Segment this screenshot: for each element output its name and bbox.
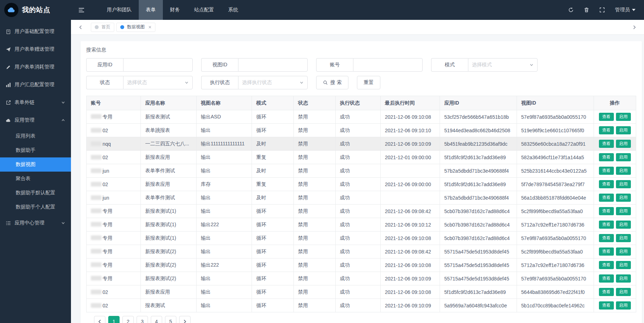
enable-button[interactable]: 启用 bbox=[616, 301, 631, 309]
admin-menu[interactable]: 管理员 bbox=[615, 7, 635, 13]
sidebar-subitem[interactable]: 聚合表 bbox=[0, 172, 71, 186]
menu-toggle-icon[interactable] bbox=[78, 7, 85, 13]
column-header: 视图ID bbox=[517, 96, 594, 110]
view-button[interactable]: 查看 bbox=[599, 207, 614, 215]
sidebar-subitem[interactable]: 数据视图 bbox=[0, 157, 71, 172]
enable-button[interactable]: 启用 bbox=[616, 247, 631, 255]
cell-actions: 查看启用 bbox=[594, 191, 636, 205]
trash-icon[interactable] bbox=[584, 7, 589, 13]
enable-button[interactable]: 启用 bbox=[616, 113, 631, 121]
field-select[interactable]: 选择执行状态 bbox=[238, 76, 308, 89]
view-button[interactable]: 查看 bbox=[599, 126, 614, 134]
sidebar-item[interactable]: 应用中心管理 bbox=[0, 214, 71, 232]
enable-button[interactable]: 启用 bbox=[616, 140, 631, 147]
view-button[interactable]: 查看 bbox=[599, 274, 614, 282]
field-input[interactable] bbox=[123, 58, 193, 72]
field-input[interactable] bbox=[238, 58, 308, 72]
view-button[interactable]: 查看 bbox=[599, 234, 614, 242]
top-nav-item[interactable]: 表单 bbox=[139, 0, 163, 20]
sidebar-item[interactable]: 用户基础配置管理 bbox=[0, 23, 71, 40]
refresh-icon[interactable] bbox=[568, 7, 574, 13]
search-button[interactable]: 搜 索 bbox=[316, 76, 348, 89]
enable-button[interactable]: 启用 bbox=[616, 274, 631, 282]
redacted-blur bbox=[91, 262, 101, 267]
view-button[interactable]: 查看 bbox=[599, 221, 614, 228]
view-button[interactable]: 查看 bbox=[599, 140, 614, 147]
redacted-blur bbox=[91, 303, 101, 308]
view-button[interactable]: 查看 bbox=[599, 247, 614, 255]
sidebar-item[interactable]: 应用管理 bbox=[0, 111, 71, 129]
enable-button[interactable]: 启用 bbox=[616, 153, 631, 161]
page-button[interactable]: 2 bbox=[122, 316, 134, 323]
sidebar-subitem[interactable]: 数据助手 bbox=[0, 143, 71, 157]
cell-mode: 重复 bbox=[252, 178, 294, 191]
search-row-2-fields: 状态选择状态执行状态选择执行状态 bbox=[86, 76, 308, 89]
caret-down-icon bbox=[632, 9, 635, 11]
cell-view-id: 5712a7c92eff1e71807d6736 bbox=[517, 218, 594, 232]
cell-app-id: 5f1d5fc9f2d613c7add36e89 bbox=[440, 285, 517, 299]
cell-view-name: 输出ASD bbox=[196, 110, 252, 124]
field-input[interactable] bbox=[353, 58, 423, 72]
cell-view-name: 输出 bbox=[196, 299, 252, 312]
tabs-scroll-left-icon[interactable] bbox=[75, 20, 86, 35]
field-select[interactable]: 选择状态 bbox=[123, 76, 193, 89]
account-suffix: nqq bbox=[103, 141, 111, 147]
enable-button[interactable]: 启用 bbox=[616, 261, 631, 269]
cell-exec-status: 成功 bbox=[335, 110, 380, 124]
top-nav-item[interactable]: 站点配置 bbox=[187, 0, 221, 20]
top-nav-item[interactable]: 用户和团队 bbox=[100, 0, 139, 20]
sidebar-item[interactable]: 用户表单消耗管理 bbox=[0, 58, 71, 76]
enable-button[interactable]: 启用 bbox=[616, 167, 631, 174]
view-button[interactable]: 查看 bbox=[599, 153, 614, 161]
view-button[interactable]: 查看 bbox=[599, 167, 614, 174]
view-button[interactable]: 查看 bbox=[599, 180, 614, 188]
sidebar-item[interactable]: 用户汇总配置管理 bbox=[0, 76, 71, 94]
cell-app-name: 新报表应用 bbox=[141, 151, 196, 164]
sidebar-subitem[interactable]: 数据助手个人配置 bbox=[0, 200, 71, 214]
pagination-next-icon[interactable] bbox=[179, 316, 191, 323]
page-button[interactable]: 4 bbox=[151, 316, 162, 323]
cell-app-name: 新报表应用 bbox=[141, 285, 196, 299]
enable-button[interactable]: 启用 bbox=[616, 180, 631, 188]
cell-status: 禁用 bbox=[293, 191, 335, 205]
cell-view-id: 5f7de789784545873ea279f7 bbox=[517, 178, 594, 191]
cell-mode: 循环 bbox=[252, 124, 294, 137]
cell-last-exec-time: 2021-12-06 09:10:09 bbox=[380, 299, 440, 312]
page-button[interactable]: 3 bbox=[137, 316, 148, 323]
reset-button[interactable]: 重置 bbox=[357, 76, 380, 89]
top-nav-item[interactable]: 系统 bbox=[221, 0, 245, 20]
view-button[interactable]: 查看 bbox=[599, 301, 614, 309]
view-button[interactable]: 查看 bbox=[599, 113, 614, 121]
top-nav-item[interactable]: 财务 bbox=[163, 0, 187, 20]
tab-首页[interactable]: 首页 bbox=[91, 23, 114, 32]
view-button[interactable]: 查看 bbox=[599, 194, 614, 201]
close-icon[interactable] bbox=[148, 26, 152, 29]
sidebar-subitem[interactable]: 应用列表 bbox=[0, 129, 71, 143]
cell-view-id: 519e96f9c1e6601c107665f0 bbox=[517, 124, 594, 137]
sidebar-subitem[interactable]: 数据助手默认配置 bbox=[0, 186, 71, 200]
cloud-icon bbox=[6, 118, 11, 123]
cell-app-id: 53cf257de566b547a651b18b bbox=[440, 110, 517, 124]
enable-button[interactable]: 启用 bbox=[616, 234, 631, 242]
enable-button[interactable]: 启用 bbox=[616, 194, 631, 201]
page-button[interactable]: 1 bbox=[108, 316, 120, 323]
field-select[interactable]: 选择模式 bbox=[468, 58, 538, 72]
account-suffix: 专用 bbox=[103, 249, 112, 254]
sidebar-item[interactable]: 表单外链 bbox=[0, 94, 71, 111]
tab-数据视图[interactable]: 数据视图 bbox=[116, 23, 155, 32]
page-button[interactable]: 5 bbox=[165, 316, 176, 323]
enable-button[interactable]: 启用 bbox=[616, 221, 631, 228]
view-button[interactable]: 查看 bbox=[599, 288, 614, 296]
sidebar-item[interactable]: 用户表单赠送管理 bbox=[0, 40, 71, 58]
cell-app-id: 55715a475de5d1953d8def45 bbox=[440, 272, 517, 285]
fullscreen-icon[interactable] bbox=[599, 7, 605, 13]
enable-button[interactable]: 启用 bbox=[616, 207, 631, 215]
cell-actions: 查看启用 bbox=[594, 205, 636, 218]
view-button[interactable]: 查看 bbox=[599, 261, 614, 269]
cell-actions: 查看启用 bbox=[594, 272, 636, 285]
enable-button[interactable]: 启用 bbox=[616, 288, 631, 296]
cell-last-exec-time: 2021-12-06 09:10:08 bbox=[380, 110, 440, 124]
tabs-scroll-right-icon[interactable] bbox=[629, 20, 640, 35]
enable-button[interactable]: 启用 bbox=[616, 126, 631, 134]
pagination-prev-icon[interactable] bbox=[94, 316, 105, 323]
